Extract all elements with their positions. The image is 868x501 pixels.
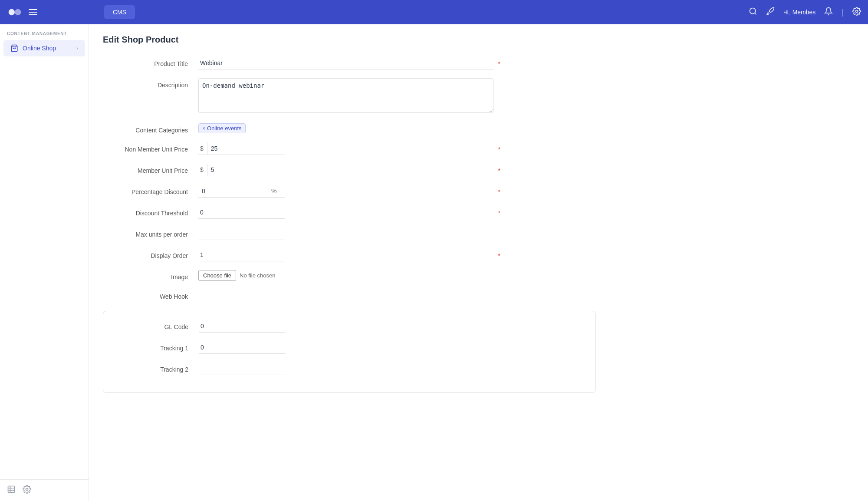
percentage-discount-label: Percentage Discount [103, 185, 198, 195]
max-units-label: Max units per order [103, 227, 198, 238]
non-member-price-required: * [498, 146, 500, 153]
file-input-area: Choose file No file chosen [198, 270, 493, 281]
sidebar: CONTENT MANAGEMENT Online Shop › [0, 24, 89, 501]
display-order-required: * [498, 252, 500, 259]
web-hook-label: Web Hook [103, 290, 198, 300]
content-categories-row: Content Categories × Online events [103, 123, 596, 134]
display-order-control: * [198, 249, 493, 261]
logo-area [7, 4, 94, 20]
sidebar-item-online-shop[interactable]: Online Shop › [3, 40, 85, 56]
settings-icon[interactable] [852, 7, 861, 18]
percentage-discount-group: % [198, 185, 285, 198]
discount-threshold-control: * [198, 206, 493, 219]
rocket-icon[interactable] [766, 7, 775, 18]
member-price-row: Member Unit Price $ * [103, 164, 596, 176]
max-units-control [198, 227, 493, 240]
svg-rect-5 [8, 486, 15, 493]
image-row: Image Choose file No file chosen [103, 270, 596, 281]
max-units-input[interactable] [198, 227, 285, 240]
member-price-required: * [498, 167, 500, 174]
gl-section: GL Code Tracking 1 Tracking 2 [103, 311, 596, 393]
percentage-discount-control: % * [198, 185, 493, 198]
search-icon[interactable] [749, 7, 757, 18]
hamburger-button[interactable] [27, 7, 39, 17]
cms-nav-button[interactable]: CMS [104, 5, 135, 19]
non-member-price-input[interactable] [207, 142, 289, 155]
tracking2-control [199, 363, 494, 375]
page-inner: Edit Shop Product Product Title * Descri… [89, 24, 610, 403]
percentage-discount-input[interactable] [198, 185, 268, 197]
product-title-row: Product Title * [103, 57, 596, 69]
percentage-discount-row: Percentage Discount % * [103, 185, 596, 198]
discount-threshold-row: Discount Threshold * [103, 206, 596, 219]
web-hook-input[interactable] [198, 290, 493, 302]
sidebar-bottom [0, 479, 89, 501]
tracking1-label: Tracking 1 [103, 341, 199, 352]
member-price-input[interactable] [207, 164, 289, 176]
tracking2-row: Tracking 2 [103, 363, 595, 375]
product-title-label: Product Title [103, 57, 198, 67]
gl-code-control [199, 320, 494, 333]
display-order-row: Display Order * [103, 249, 596, 261]
non-member-price-group: $ [198, 142, 285, 155]
non-member-price-label: Non Member Unit Price [103, 142, 198, 153]
reports-icon[interactable] [7, 485, 16, 496]
product-title-required: * [498, 60, 500, 67]
nav-right: Hi, Membes | [749, 7, 861, 18]
settings-bottom-icon[interactable] [23, 485, 31, 496]
shop-icon [10, 44, 18, 52]
member-price-control: $ * [198, 164, 493, 176]
non-member-price-row: Non Member Unit Price $ * [103, 142, 596, 155]
gl-code-input[interactable] [199, 320, 286, 333]
gl-code-label: GL Code [103, 320, 199, 330]
sidebar-item-label: Online Shop [23, 45, 56, 52]
product-title-input[interactable] [198, 57, 493, 69]
sidebar-section-label: CONTENT MANAGEMENT [0, 24, 89, 40]
app-body: CONTENT MANAGEMENT Online Shop › Edit Sh… [0, 24, 868, 501]
product-title-control: * [198, 57, 493, 69]
tracking1-row: Tracking 1 [103, 341, 595, 354]
web-hook-row: Web Hook [103, 290, 596, 302]
web-hook-control [198, 290, 493, 302]
percent-suffix: % [268, 185, 278, 197]
content-categories-control: × Online events [198, 123, 493, 133]
discount-threshold-input[interactable] [198, 206, 285, 219]
display-order-input[interactable] [198, 249, 285, 261]
category-tag-online-events[interactable]: × Online events [198, 123, 246, 133]
image-label: Image [103, 270, 198, 280]
category-tag-x[interactable]: × [202, 125, 205, 132]
svg-point-0 [9, 9, 15, 15]
tracking2-label: Tracking 2 [103, 363, 199, 373]
main-content: Edit Shop Product Product Title * Descri… [89, 24, 868, 501]
image-control: Choose file No file chosen [198, 270, 493, 281]
top-nav: CMS Hi, Membes | [0, 0, 868, 24]
discount-threshold-label: Discount Threshold [103, 206, 198, 217]
display-order-label: Display Order [103, 249, 198, 259]
choose-file-button[interactable]: Choose file [198, 270, 236, 281]
member-currency-prefix: $ [198, 164, 207, 176]
nav-separator: | [842, 8, 844, 17]
bell-icon[interactable] [824, 7, 833, 18]
percentage-discount-required: * [498, 188, 500, 195]
svg-point-3 [856, 10, 858, 12]
svg-point-1 [15, 9, 21, 15]
description-textarea[interactable]: On-demand webinar [198, 78, 493, 113]
description-label: Description [103, 78, 198, 89]
description-control: On-demand webinar [198, 78, 493, 115]
page-title: Edit Shop Product [103, 35, 596, 45]
tracking1-input[interactable] [199, 341, 286, 354]
svg-point-2 [750, 8, 756, 13]
category-tag-label: Online events [207, 125, 242, 132]
member-price-group: $ [198, 164, 285, 176]
content-categories-label: Content Categories [103, 123, 198, 134]
max-units-row: Max units per order [103, 227, 596, 240]
tracking2-input[interactable] [199, 363, 286, 375]
description-row: Description On-demand webinar [103, 78, 596, 115]
membes-logo-icon [7, 4, 23, 20]
member-price-label: Member Unit Price [103, 164, 198, 174]
no-file-text: No file chosen [240, 272, 275, 279]
user-greeting: Hi, Membes [783, 9, 815, 16]
chevron-right-icon: › [76, 45, 78, 51]
discount-threshold-required: * [498, 210, 500, 217]
non-member-price-control: $ * [198, 142, 493, 155]
